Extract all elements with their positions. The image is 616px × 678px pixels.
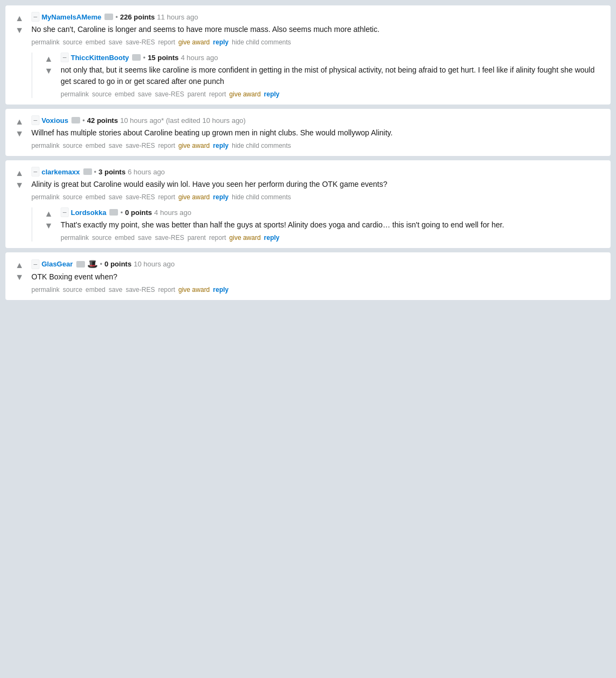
comment-section: –MyNameIsAMeme•226 points11 hours agoNo …	[5, 5, 611, 300]
comment-body: That's exactly my point, she was better …	[61, 219, 602, 231]
action-permalink[interactable]: permalink	[31, 142, 60, 149]
separator-dot: •	[120, 208, 123, 217]
action-permalink[interactable]: permalink	[31, 38, 60, 46]
action-save[interactable]: save	[109, 38, 122, 46]
action-reply[interactable]: reply	[264, 90, 280, 98]
action-save[interactable]: save	[109, 142, 122, 149]
downvote-button[interactable]	[14, 128, 25, 139]
upvote-button[interactable]	[43, 54, 54, 64]
comment-header: –Voxious•42 points10 hours ago* (last ed…	[31, 115, 602, 125]
action-give-award[interactable]: give award	[179, 286, 210, 294]
action-give-award[interactable]: give award	[179, 193, 210, 201]
comment-block: –Voxious•42 points10 hours ago* (last ed…	[5, 109, 611, 156]
action-give-award[interactable]: give award	[179, 38, 210, 46]
timestamp[interactable]: 11 hours ago	[157, 13, 198, 21]
vote-column	[12, 12, 27, 36]
action-report[interactable]: report	[209, 90, 226, 98]
upvote-button[interactable]	[14, 116, 25, 127]
action-parent[interactable]: parent	[187, 90, 206, 98]
comment-row: –Lordsokka•0 points4 hours agoThat's exa…	[41, 207, 602, 242]
downvote-button[interactable]	[14, 180, 25, 191]
action-source[interactable]: source	[92, 90, 112, 98]
timestamp[interactable]: 4 hours ago	[154, 208, 192, 217]
action-save[interactable]: save	[109, 286, 122, 294]
action-save-RES[interactable]: save-RES	[126, 38, 155, 46]
action-give-award[interactable]: give award	[179, 142, 210, 149]
action-permalink[interactable]: permalink	[31, 193, 60, 201]
comment-body: Willnef has multiple stories about Carol…	[31, 127, 602, 139]
timestamp[interactable]: 10 hours ago	[134, 260, 175, 268]
username[interactable]: clarkemaxx	[42, 168, 80, 176]
action-reply[interactable]: reply	[213, 286, 229, 294]
action-parent[interactable]: parent	[187, 234, 206, 242]
action-save[interactable]: save	[138, 90, 152, 98]
action-reply[interactable]: reply	[264, 234, 280, 242]
action-source[interactable]: source	[92, 234, 112, 242]
action-give-award[interactable]: give award	[230, 90, 261, 98]
action-reply[interactable]: reply	[213, 142, 229, 149]
action-save-RES[interactable]: save-RES	[155, 90, 184, 98]
collapse-button[interactable]: –	[31, 167, 40, 177]
action-permalink[interactable]: permalink	[61, 90, 89, 98]
action-reply[interactable]: reply	[213, 193, 229, 201]
action-hide-child-comments[interactable]: hide child comments	[232, 38, 291, 46]
action-report[interactable]: report	[209, 234, 226, 242]
action-source[interactable]: source	[63, 193, 82, 201]
comment-block: –clarkemaxx•3 points6 hours agoAlinity i…	[5, 160, 611, 248]
action-reply[interactable]: reply	[213, 38, 229, 46]
action-save-RES[interactable]: save-RES	[126, 142, 155, 149]
action-embed[interactable]: embed	[115, 234, 135, 242]
action-row: permalinksourceembedsavesave-RESreportgi…	[31, 286, 602, 294]
user-icon	[71, 117, 80, 123]
vote-column	[41, 53, 56, 76]
action-save-RES[interactable]: save-RES	[126, 193, 155, 201]
downvote-button[interactable]	[14, 25, 25, 36]
collapse-button[interactable]: –	[31, 12, 40, 22]
action-save-RES[interactable]: save-RES	[155, 234, 184, 242]
action-embed[interactable]: embed	[86, 286, 106, 294]
downvote-button[interactable]	[43, 66, 54, 76]
collapse-button[interactable]: –	[61, 207, 69, 217]
username[interactable]: GlasGear	[42, 260, 73, 268]
separator-dot: •	[82, 116, 85, 125]
collapse-button[interactable]: –	[61, 53, 69, 62]
action-embed[interactable]: embed	[115, 90, 135, 98]
action-report[interactable]: report	[158, 286, 175, 294]
upvote-button[interactable]	[14, 168, 25, 179]
timestamp[interactable]: 6 hours ago	[128, 168, 165, 176]
upvote-button[interactable]	[14, 13, 25, 24]
action-embed[interactable]: embed	[86, 38, 106, 46]
downvote-button[interactable]	[14, 272, 25, 283]
action-report[interactable]: report	[158, 142, 175, 149]
comment-body: Alinity is great but Caroline would easi…	[31, 179, 602, 190]
username[interactable]: MyNameIsAMeme	[42, 13, 102, 21]
action-source[interactable]: source	[63, 142, 82, 149]
upvote-button[interactable]	[14, 260, 25, 271]
downvote-button[interactable]	[43, 220, 54, 231]
action-hide-child-comments[interactable]: hide child comments	[232, 193, 291, 201]
username[interactable]: Lordsokka	[71, 208, 107, 217]
action-source[interactable]: source	[63, 286, 82, 294]
action-give-award[interactable]: give award	[230, 234, 261, 242]
user-icon	[104, 14, 113, 20]
timestamp[interactable]: 4 hours ago	[181, 54, 218, 62]
action-report[interactable]: report	[158, 38, 175, 46]
action-permalink[interactable]: permalink	[61, 234, 89, 242]
collapse-button[interactable]: –	[31, 259, 40, 269]
username[interactable]: ThiccKittenBooty	[71, 54, 129, 62]
action-save[interactable]: save	[109, 193, 122, 201]
action-embed[interactable]: embed	[86, 193, 106, 201]
action-report[interactable]: report	[158, 193, 175, 201]
action-source[interactable]: source	[63, 38, 82, 46]
action-save[interactable]: save	[138, 234, 152, 242]
timestamp[interactable]: 10 hours ago* (last edited 10 hours ago)	[120, 116, 246, 125]
action-hide-child-comments[interactable]: hide child comments	[232, 142, 291, 149]
action-save-RES[interactable]: save-RES	[126, 286, 155, 294]
comment-content: –Voxious•42 points10 hours ago* (last ed…	[31, 115, 602, 149]
action-permalink[interactable]: permalink	[31, 286, 60, 294]
username[interactable]: Voxious	[42, 116, 69, 125]
collapse-button[interactable]: –	[31, 115, 40, 125]
points-count: 0 points	[125, 208, 152, 217]
action-embed[interactable]: embed	[86, 142, 106, 149]
upvote-button[interactable]	[43, 208, 54, 219]
